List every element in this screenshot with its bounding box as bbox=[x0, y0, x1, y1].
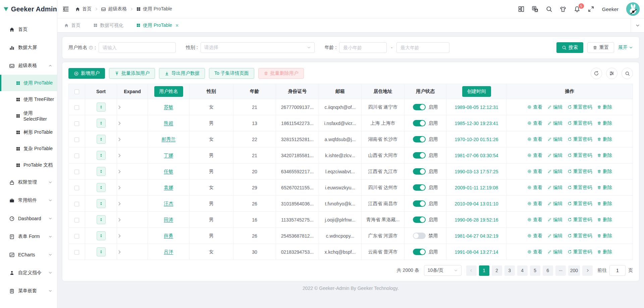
sidebar-item-form[interactable]: 表单 Form bbox=[0, 228, 57, 246]
sidebar-item-home[interactable]: 首页 bbox=[0, 20, 57, 39]
user-name-link[interactable]: 田涛 bbox=[164, 217, 173, 222]
user-name-link[interactable]: 汪杰 bbox=[164, 201, 173, 206]
status-toggle[interactable] bbox=[413, 200, 426, 207]
batch-delete-users-button[interactable]: 批量删除用户 bbox=[258, 68, 304, 79]
expand-filters-button[interactable]: 展开 bbox=[618, 45, 633, 51]
row-checkbox[interactable] bbox=[74, 121, 79, 126]
edit-link[interactable]: 编辑 bbox=[547, 201, 562, 207]
status-toggle[interactable] bbox=[413, 249, 426, 255]
sidebar-item-dashboard[interactable]: Dashboard bbox=[0, 209, 57, 228]
breadcrumb-home[interactable]: 首页 bbox=[75, 6, 92, 12]
logo[interactable]: Geeker Admin bbox=[0, 0, 57, 18]
theme-shirt-icon[interactable] bbox=[559, 6, 567, 13]
status-toggle[interactable] bbox=[413, 120, 426, 126]
search-icon[interactable] bbox=[546, 6, 552, 12]
delete-link[interactable]: 删除 bbox=[597, 152, 612, 159]
tab-home[interactable]: 首页 bbox=[64, 22, 80, 28]
page-button[interactable]: 1 bbox=[479, 265, 489, 276]
sidebar-item-supertable[interactable]: 超级表格 bbox=[0, 57, 57, 75]
refresh-table-button[interactable] bbox=[591, 68, 602, 79]
tab-options-button[interactable] bbox=[631, 18, 644, 32]
expand-row-icon[interactable] bbox=[117, 250, 122, 254]
expand-row-icon[interactable] bbox=[117, 201, 122, 206]
status-toggle[interactable] bbox=[413, 168, 426, 175]
translate-icon[interactable] bbox=[532, 6, 539, 13]
delete-link[interactable]: 删除 bbox=[597, 201, 612, 207]
reset-password-link[interactable]: 重置密码 bbox=[568, 217, 592, 223]
delete-link[interactable]: 删除 bbox=[597, 233, 612, 239]
prev-page-button[interactable] bbox=[466, 265, 477, 276]
delete-link[interactable]: 删除 bbox=[597, 136, 612, 142]
notification-bell[interactable]: 5 bbox=[574, 6, 581, 13]
edit-link[interactable]: 编辑 bbox=[547, 104, 562, 110]
drag-sort-button[interactable] bbox=[97, 151, 106, 160]
delete-link[interactable]: 删除 bbox=[597, 120, 612, 126]
view-link[interactable]: 查看 bbox=[527, 104, 542, 110]
sidebar-item-nestmenu[interactable]: 菜单嵌套 bbox=[0, 282, 57, 300]
page-button[interactable]: 4 bbox=[517, 265, 528, 276]
breadcrumb-supertable[interactable]: 超级表格 bbox=[101, 6, 127, 12]
user-name-link[interactable]: 薛勇 bbox=[164, 233, 173, 238]
reset-password-link[interactable]: 重置密码 bbox=[568, 233, 592, 239]
goto-page-input[interactable] bbox=[609, 265, 626, 276]
close-icon[interactable] bbox=[175, 23, 179, 27]
drag-sort-button[interactable] bbox=[97, 103, 106, 112]
expand-row-icon[interactable] bbox=[117, 121, 122, 126]
edit-link[interactable]: 编辑 bbox=[547, 185, 562, 191]
delete-link[interactable]: 删除 bbox=[597, 185, 612, 191]
delete-link[interactable]: 删除 bbox=[597, 104, 612, 110]
page-button[interactable]: 6 bbox=[543, 265, 553, 276]
view-link[interactable]: 查看 bbox=[527, 136, 542, 142]
row-checkbox[interactable] bbox=[74, 218, 79, 223]
page-button-last[interactable]: 200 bbox=[568, 265, 580, 276]
reset-password-link[interactable]: 重置密码 bbox=[568, 169, 592, 175]
username[interactable]: Geeker bbox=[602, 6, 619, 12]
view-link[interactable]: 查看 bbox=[527, 233, 542, 239]
expand-row-icon[interactable] bbox=[117, 185, 122, 190]
gender-select[interactable]: 请选择 bbox=[201, 42, 315, 53]
drag-sort-button[interactable] bbox=[97, 215, 106, 224]
avatar[interactable] bbox=[626, 2, 640, 16]
add-user-button[interactable]: 新增用户 bbox=[68, 68, 105, 79]
page-button[interactable]: 2 bbox=[492, 265, 502, 276]
row-checkbox[interactable] bbox=[74, 186, 79, 190]
batch-add-users-button[interactable]: 批量添加用户 bbox=[109, 68, 155, 79]
drag-sort-button[interactable] bbox=[97, 119, 106, 128]
user-name-link[interactable]: 袁娜 bbox=[164, 185, 173, 190]
view-link[interactable]: 查看 bbox=[527, 169, 542, 175]
row-checkbox[interactable] bbox=[74, 234, 79, 239]
sidebar-item-use-selectfilter[interactable]: 使用 SelectFilter bbox=[0, 108, 57, 124]
row-checkbox[interactable] bbox=[74, 170, 79, 174]
page-size-select[interactable]: 10条/页 bbox=[424, 265, 462, 276]
sidebar-item-datascreen[interactable]: 数据大屏 bbox=[0, 39, 57, 57]
reset-password-link[interactable]: 重置密码 bbox=[568, 185, 592, 191]
edit-link[interactable]: 编辑 bbox=[547, 217, 562, 223]
sidebar-item-echarts[interactable]: ECharts bbox=[0, 246, 57, 264]
collapse-sidebar-icon[interactable] bbox=[62, 6, 69, 12]
age-max-input[interactable] bbox=[396, 42, 449, 53]
user-name-link[interactable]: 苏敏 bbox=[164, 104, 173, 110]
edit-link[interactable]: 编辑 bbox=[547, 120, 562, 126]
age-min-input[interactable] bbox=[339, 42, 387, 53]
created-header-chip[interactable]: 创建时间 bbox=[462, 86, 491, 97]
drag-sort-button[interactable] bbox=[97, 247, 106, 256]
username-input[interactable] bbox=[99, 42, 176, 53]
username-header-chip[interactable]: 用户姓名 bbox=[154, 86, 183, 97]
delete-link[interactable]: 删除 bbox=[597, 217, 612, 223]
view-link[interactable]: 查看 bbox=[527, 201, 542, 207]
user-name-link[interactable]: 熊超 bbox=[164, 120, 173, 126]
user-name-link[interactable]: 郝秀兰 bbox=[162, 136, 176, 142]
export-users-button[interactable]: 导出用户数据 bbox=[159, 68, 205, 79]
row-checkbox[interactable] bbox=[74, 105, 79, 110]
status-toggle[interactable] bbox=[413, 217, 426, 223]
fullscreen-icon[interactable] bbox=[588, 6, 594, 12]
view-link[interactable]: 查看 bbox=[527, 217, 542, 223]
toggle-search-button[interactable] bbox=[622, 68, 633, 79]
layout-columns-icon[interactable] bbox=[518, 6, 525, 12]
row-checkbox[interactable] bbox=[74, 250, 79, 255]
edit-link[interactable]: 编辑 bbox=[547, 233, 562, 239]
edit-link[interactable]: 编辑 bbox=[547, 249, 562, 255]
status-toggle[interactable] bbox=[413, 136, 426, 142]
edit-link[interactable]: 编辑 bbox=[547, 169, 562, 175]
reset-button[interactable]: 重置 bbox=[587, 42, 614, 53]
